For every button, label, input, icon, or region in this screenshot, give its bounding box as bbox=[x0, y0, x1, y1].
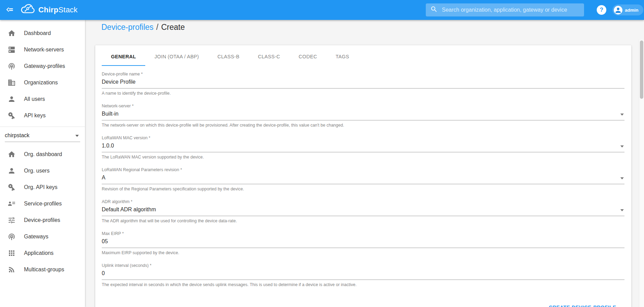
sidebar-item-label: Dashboard bbox=[24, 30, 51, 36]
field-value: Default ADR algorithm bbox=[102, 206, 624, 213]
regional-parameters-revision-field: LoRaWAN Regional Parameters revision * A… bbox=[102, 167, 624, 192]
organization-select[interactable]: chirpstack bbox=[5, 130, 80, 142]
sidebar: Dashboard Network-servers Gateway-profil… bbox=[0, 20, 85, 307]
sidebar-item-network-servers[interactable]: Network-servers bbox=[0, 42, 85, 58]
help-button[interactable]: ? bbox=[597, 5, 606, 15]
create-device-profile-button[interactable]: CREATE DEVICE-PROFILE bbox=[549, 305, 616, 307]
sidebar-item-label: Organizations bbox=[24, 80, 58, 86]
breadcrumb: Device-profiles/Create bbox=[101, 23, 185, 32]
sidebar-item-device-profiles[interactable]: Device-profiles bbox=[0, 212, 85, 228]
sidebar-item-org-users[interactable]: Org. users bbox=[0, 163, 85, 179]
apps-grid-icon bbox=[8, 249, 16, 257]
sidebar-item-label: Multicast-groups bbox=[24, 267, 64, 273]
main-content: Device-profiles/Create GENERAL JOIN (OTA… bbox=[85, 20, 644, 307]
sidebar-item-all-users[interactable]: All users bbox=[0, 91, 85, 107]
person-icon bbox=[8, 95, 16, 103]
chevron-down-icon bbox=[75, 135, 79, 137]
tune-icon bbox=[8, 216, 16, 224]
field-label: ADR algorithm * bbox=[102, 199, 624, 204]
uplink-interval-input[interactable]: 0 bbox=[102, 268, 624, 280]
tab-class-c[interactable]: CLASS-C bbox=[249, 45, 289, 66]
sidebar-item-label: Network-servers bbox=[24, 47, 64, 53]
field-helper: The expected interval in seconds in whic… bbox=[102, 282, 624, 287]
device-profile-name-input[interactable]: Device Profile bbox=[102, 77, 624, 88]
wifi-tethering-icon bbox=[8, 233, 16, 241]
sidebar-item-service-profiles[interactable]: Service-profiles bbox=[0, 196, 85, 212]
lorawan-mac-version-field: LoRaWAN MAC version * 1.0.0 The LoRaWAN … bbox=[102, 135, 624, 160]
vertical-scrollbar[interactable] bbox=[639, 40, 644, 307]
global-search bbox=[426, 3, 584, 16]
sidebar-item-label: Org. dashboard bbox=[24, 151, 62, 157]
network-server-select[interactable]: Built-in bbox=[102, 109, 624, 120]
field-value: 05 bbox=[102, 238, 624, 245]
regional-parameters-revision-select[interactable]: A bbox=[102, 173, 624, 184]
field-helper: Maximum EIRP supported by the device. bbox=[102, 250, 624, 256]
sidebar-item-org-dashboard[interactable]: Org. dashboard bbox=[0, 146, 85, 163]
key-icon bbox=[8, 111, 16, 120]
field-helper: The ADR algorithm that will be used for … bbox=[102, 218, 624, 224]
user-name-label: admin bbox=[625, 8, 639, 13]
sidebar-item-label: Org. users bbox=[24, 168, 50, 174]
sidebar-item-label: Service-profiles bbox=[24, 201, 62, 207]
sidebar-item-dashboard[interactable]: Dashboard bbox=[0, 25, 85, 42]
field-helper: Revision of the Regional Parameters spec… bbox=[102, 186, 624, 192]
device-profile-name-field: Device-profile name * Device Profile A n… bbox=[102, 71, 624, 96]
field-value: Device Profile bbox=[102, 78, 624, 86]
max-eirp-input[interactable]: 05 bbox=[102, 236, 624, 248]
user-menu-button[interactable]: admin bbox=[612, 4, 643, 15]
scrollbar-thumb[interactable] bbox=[640, 40, 643, 99]
lorawan-mac-version-select[interactable]: 1.0.0 bbox=[102, 141, 624, 152]
app-header: ChirpStack ? admin bbox=[0, 0, 644, 20]
sidebar-item-label: Org. API keys bbox=[24, 184, 58, 190]
brand-text: ChirpStack bbox=[38, 5, 77, 14]
wifi-tethering-icon bbox=[8, 62, 16, 70]
tab-class-b[interactable]: CLASS-B bbox=[208, 45, 249, 66]
tab-join-otaa-abp[interactable]: JOIN (OTAA / ABP) bbox=[145, 45, 208, 66]
sidebar-item-organizations[interactable]: Organizations bbox=[0, 74, 85, 91]
chirpstack-logo[interactable]: ChirpStack bbox=[20, 4, 77, 16]
sidebar-item-label: Applications bbox=[24, 250, 53, 256]
tab-general[interactable]: GENERAL bbox=[102, 45, 145, 66]
sidebar-item-api-keys[interactable]: API keys bbox=[0, 107, 85, 124]
building-icon bbox=[8, 79, 16, 87]
field-value: 1.0.0 bbox=[102, 142, 624, 150]
sidebar-item-gateways[interactable]: Gateways bbox=[0, 228, 85, 245]
sidebar-item-multicast-groups[interactable]: Multicast-groups bbox=[0, 261, 85, 278]
home-icon bbox=[8, 29, 16, 37]
field-value: A bbox=[102, 174, 624, 181]
field-label: Network-server * bbox=[102, 103, 624, 109]
help-icon: ? bbox=[600, 7, 603, 13]
breadcrumb-device-profiles-link[interactable]: Device-profiles bbox=[101, 23, 153, 32]
search-input[interactable] bbox=[438, 3, 584, 16]
sidebar-item-applications[interactable]: Applications bbox=[0, 245, 85, 261]
device-profile-form: Device-profile name * Device Profile A n… bbox=[95, 66, 631, 307]
field-helper: The network-server on which this device-… bbox=[102, 122, 624, 128]
sidebar-item-label: All users bbox=[24, 96, 45, 102]
key-icon bbox=[8, 183, 16, 191]
sidebar-item-org-api-keys[interactable]: Org. API keys bbox=[0, 179, 85, 196]
sidebar-item-label: Gateway-profiles bbox=[24, 63, 65, 69]
chevron-down-icon bbox=[620, 145, 624, 147]
sidebar-item-label: Device-profiles bbox=[24, 217, 60, 223]
cloud-logo-icon bbox=[20, 4, 36, 16]
search-icon bbox=[426, 5, 438, 14]
tab-codec[interactable]: CODEC bbox=[289, 45, 326, 66]
max-eirp-field: Max EIRP * 05 Maximum EIRP supported by … bbox=[102, 231, 624, 256]
field-label: LoRaWAN MAC version * bbox=[102, 135, 624, 141]
chevron-down-icon bbox=[620, 114, 624, 116]
sidebar-collapse-button[interactable] bbox=[3, 3, 16, 17]
chevron-down-icon bbox=[620, 177, 624, 179]
field-helper: The LoRaWAN MAC version supported by the… bbox=[102, 154, 624, 160]
dns-icon bbox=[8, 46, 16, 54]
field-value: Built-in bbox=[102, 110, 624, 118]
sidebar-item-gateway-profiles[interactable]: Gateway-profiles bbox=[0, 58, 85, 74]
sidebar-item-label: API keys bbox=[24, 113, 46, 119]
field-label: Uplink interval (seconds) * bbox=[102, 263, 624, 268]
tab-tags[interactable]: TAGS bbox=[326, 45, 359, 66]
organization-select-value: chirpstack bbox=[5, 132, 29, 138]
sidebar-item-label: Gateways bbox=[24, 234, 48, 240]
adr-algorithm-field: ADR algorithm * Default ADR algorithm Th… bbox=[102, 199, 624, 224]
field-value: 0 bbox=[102, 270, 624, 277]
adr-algorithm-select[interactable]: Default ADR algorithm bbox=[102, 204, 624, 216]
sidebar-divider bbox=[0, 127, 85, 127]
